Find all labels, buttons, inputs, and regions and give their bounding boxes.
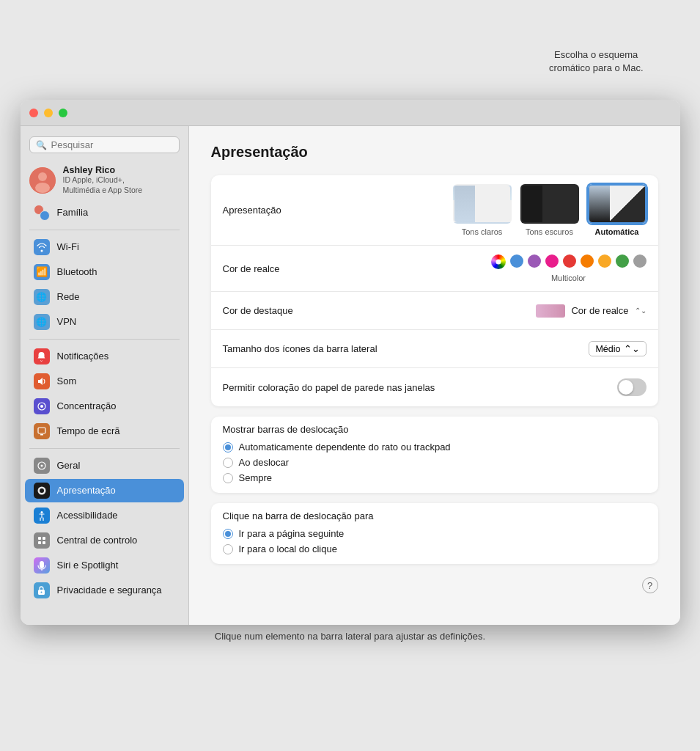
highlight-swatch [536, 304, 565, 318]
sidebar-item-label: Siri e Spotlight [57, 560, 119, 571]
sidebar-item-appearance[interactable]: Apresentação [25, 479, 184, 502]
wallpaper-coloring-label: Permitir coloração do papel de parede na… [223, 382, 617, 393]
scroll-click-section-label: Clique na barra de deslocação para [211, 503, 658, 526]
accent-graphite[interactable] [633, 254, 646, 268]
sidebar-item-notifications[interactable]: Notificações [25, 345, 184, 368]
sidebar-item-vpn[interactable]: 🌐 VPN [25, 310, 184, 334]
sidebar-item-family[interactable]: Família [25, 201, 184, 224]
appearance-options-container: Tons claros [453, 184, 646, 236]
system-preferences-window: 🔍 Ashley Rico ID Apple, iCloud+, [21, 100, 680, 625]
svg-rect-12 [38, 537, 41, 540]
family-icon [34, 205, 50, 221]
window-body: 🔍 Ashley Rico ID Apple, iCloud+, [21, 126, 680, 625]
main-content: Apresentação Apresentação [189, 126, 680, 625]
highlight-color-label: Cor de destaque [223, 305, 537, 316]
highlight-color-chevron: ⌃⌄ [635, 307, 646, 315]
sidebar-item-sound[interactable]: Som [25, 370, 184, 393]
close-button[interactable] [29, 109, 38, 117]
accent-purple[interactable] [528, 254, 541, 268]
sidebar-item-screentime[interactable]: Tempo de ecrã [25, 420, 184, 443]
minimize-button[interactable] [44, 109, 53, 117]
scrollbar-when-scrolling-row[interactable]: Ao deslocar [211, 455, 658, 470]
scrollbars-section-label: Mostrar barras de deslocação [211, 417, 658, 439]
help-button[interactable]: ? [642, 577, 658, 593]
user-name: Ashley Rico [63, 165, 143, 175]
svg-point-10 [40, 488, 44, 493]
avatar [29, 167, 56, 194]
scrollbar-when-scrolling-label: Ao deslocar [239, 457, 290, 468]
sidebar-item-general[interactable]: Geral [25, 454, 184, 477]
svg-rect-6 [40, 434, 43, 436]
scroll-click-location-row[interactable]: Ir para o local do clique [211, 541, 658, 557]
siri-icon [34, 557, 50, 574]
accent-color-label: Cor de realce [223, 263, 491, 274]
search-input[interactable] [51, 139, 173, 150]
network-icon: 🌐 [34, 289, 50, 305]
search-icon: 🔍 [36, 140, 47, 150]
svg-point-2 [35, 183, 50, 193]
appearance-option-dark[interactable]: Tons escuros [520, 184, 579, 236]
wifi-icon [34, 239, 50, 255]
sidebar-item-network[interactable]: 🌐 Rede [25, 285, 184, 309]
size-dropdown-arrow: ⌃⌄ [624, 343, 640, 354]
scrollbar-when-scrolling-radio[interactable] [223, 458, 233, 468]
scrollbar-always-radio[interactable] [223, 473, 233, 483]
appearance-icon [34, 483, 50, 499]
svg-rect-14 [38, 541, 41, 544]
scrollbar-always-row[interactable]: Sempre [211, 470, 658, 486]
sidebar-item-label: Apresentação [57, 485, 116, 496]
controlcenter-icon [34, 532, 50, 549]
accent-pink[interactable] [545, 254, 559, 268]
dark-theme-thumb [520, 184, 579, 224]
sidebar-item-label: Central de controlo [57, 535, 138, 546]
accent-red[interactable] [563, 254, 576, 268]
scrollbar-auto-row[interactable]: Automaticamente dependente do rato ou tr… [211, 439, 658, 455]
appearance-card: Apresentação [211, 175, 658, 406]
sidebar-item-label: Concentração [57, 400, 117, 411]
accent-green[interactable] [616, 254, 629, 268]
appearance-option-light[interactable]: Tons claros [453, 184, 512, 236]
scrollbars-card: Mostrar barras de deslocação Automaticam… [211, 417, 658, 493]
accent-multicolor[interactable] [491, 254, 506, 269]
sidebar-item-label: Wi-Fi [57, 241, 79, 252]
tooltip-top: Escolha o esquema cromático para o Mac. [549, 48, 644, 75]
appearance-options: Tons claros [453, 184, 646, 236]
svg-point-18 [41, 591, 43, 593]
accent-colors-container [491, 254, 646, 269]
accent-yellow[interactable] [598, 254, 611, 268]
appearance-option-auto[interactable]: Automática [588, 184, 646, 236]
sidebar-user-profile[interactable]: Ashley Rico ID Apple, iCloud+, Multimédi… [21, 161, 188, 199]
maximize-button[interactable] [59, 109, 67, 117]
wallpaper-coloring-toggle[interactable] [617, 378, 646, 396]
sidebar-item-controlcenter[interactable]: Central de controlo [25, 529, 184, 552]
scroll-next-page-radio[interactable] [223, 529, 233, 539]
accent-blue[interactable] [510, 254, 523, 268]
sidebar-item-bluetooth[interactable]: 📶 Bluetooth [25, 260, 184, 284]
sidebar-item-focus[interactable]: Concentração [25, 395, 184, 418]
sidebar-item-accessibility[interactable]: Acessibilidade [25, 504, 184, 527]
focus-icon [34, 398, 50, 414]
privacy-icon [34, 582, 50, 598]
sidebar-icon-size-label: Tamanho dos ícones da barra lateral [223, 343, 589, 354]
accent-selected-label: Multicolor [551, 274, 586, 282]
scrollbar-auto-radio[interactable] [223, 442, 233, 453]
svg-point-8 [40, 464, 43, 466]
search-bar[interactable]: 🔍 [29, 136, 180, 153]
auto-theme-label: Automática [595, 227, 639, 236]
highlight-color-control[interactable]: Cor de realce ⌃⌄ [536, 304, 646, 318]
sidebar-icon-size-dropdown[interactable]: Médio ⌃⌄ [589, 341, 646, 356]
sidebar-item-wifi[interactable]: Wi-Fi [25, 235, 184, 259]
scroll-next-page-row[interactable]: Ir para a página seguinte [211, 526, 658, 541]
svg-rect-13 [43, 537, 45, 540]
sidebar-item-label: Notificações [57, 351, 109, 362]
sidebar-item-privacy[interactable]: Privacidade e segurança [25, 579, 184, 602]
sidebar-item-label: Família [57, 207, 89, 218]
accent-orange[interactable] [581, 254, 594, 268]
svg-point-1 [38, 172, 47, 181]
radio-inner [225, 531, 231, 537]
scroll-click-location-radio[interactable] [223, 544, 233, 554]
sidebar-item-label: Privacidade e segurança [57, 585, 162, 596]
screentime-icon [34, 423, 50, 439]
sidebar-item-siri[interactable]: Siri e Spotlight [25, 554, 184, 577]
bluetooth-icon: 📶 [34, 264, 50, 280]
